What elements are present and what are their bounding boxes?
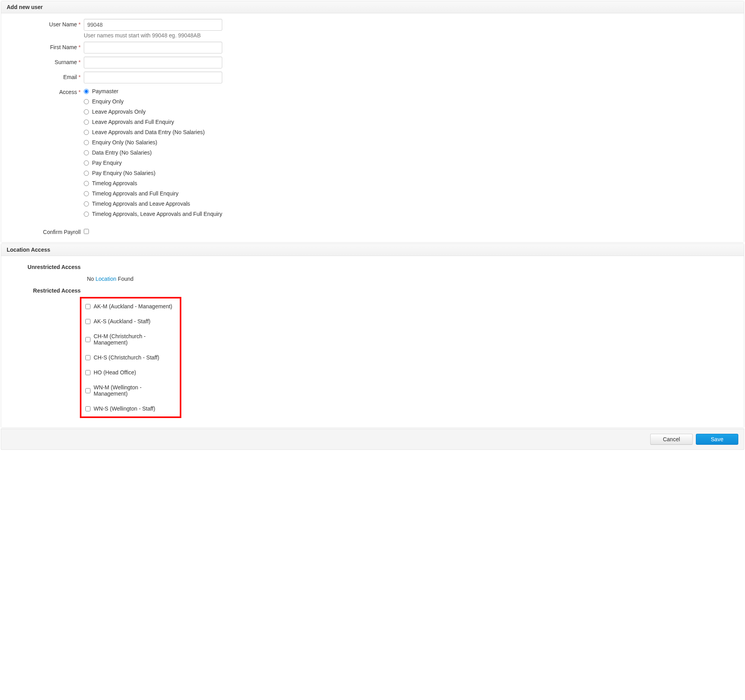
access-radio[interactable]	[84, 191, 89, 196]
required-marker: *	[79, 89, 81, 95]
email-input[interactable]	[84, 72, 222, 83]
required-marker: *	[79, 21, 81, 28]
access-radio[interactable]	[84, 89, 89, 94]
access-option-label: Timelog Approvals and Full Enquiry	[92, 190, 179, 197]
restricted-checkbox[interactable]	[85, 355, 90, 360]
restricted-option[interactable]: CH-M (Christchurch - Management)	[85, 333, 176, 346]
username-help: User names must start with 99048 eg. 990…	[84, 32, 222, 39]
row-confirm-payroll: Confirm Payroll	[7, 227, 738, 235]
restricted-option[interactable]: AK-S (Auckland - Staff)	[85, 318, 176, 324]
control-firstname	[84, 42, 222, 53]
location-access-header: Location Access	[1, 244, 744, 256]
row-restricted-options: AK-M (Auckland - Management)AK-S (Auckla…	[7, 296, 738, 418]
username-input[interactable]	[84, 19, 222, 31]
firstname-input[interactable]	[84, 42, 222, 53]
access-option-label: Leave Approvals and Data Entry (No Salar…	[92, 129, 205, 135]
restricted-checkbox[interactable]	[85, 388, 90, 393]
label-access-text: Access	[59, 89, 77, 95]
surname-input[interactable]	[84, 57, 222, 68]
required-marker: *	[79, 59, 81, 65]
no-location-text: No Location Found	[84, 276, 133, 282]
restricted-option-label: WN-S (Wellington - Staff)	[94, 405, 155, 412]
access-radio[interactable]	[84, 109, 89, 114]
access-radio[interactable]	[84, 171, 89, 176]
access-option[interactable]: Pay Enquiry	[84, 160, 222, 166]
label-firstname-text: First Name	[50, 44, 77, 50]
access-option[interactable]: Pay Enquiry (No Salaries)	[84, 170, 222, 176]
label-surname: Surname *	[7, 57, 84, 65]
access-option[interactable]: Enquiry Only	[84, 98, 222, 105]
row-email: Email *	[7, 72, 738, 83]
label-confirm-payroll: Confirm Payroll	[7, 227, 84, 235]
access-option-label: Timelog Approvals and Leave Approvals	[92, 201, 190, 207]
access-radio[interactable]	[84, 150, 89, 155]
access-option-label: Timelog Approvals, Leave Approvals and F…	[92, 211, 222, 217]
access-option-label: Data Entry (No Salaries)	[92, 149, 152, 156]
save-button[interactable]: Save	[696, 434, 738, 445]
access-option-label: Enquiry Only (No Salaries)	[92, 139, 157, 146]
restricted-option-label: CH-M (Christchurch - Management)	[94, 333, 176, 346]
add-user-panel: Add new user User Name * User names must…	[1, 1, 744, 243]
access-option[interactable]: Timelog Approvals, Leave Approvals and F…	[84, 211, 222, 217]
restricted-checkbox[interactable]	[85, 337, 90, 342]
control-confirm-payroll	[84, 227, 89, 235]
row-restricted: Restricted Access	[7, 287, 738, 294]
restricted-checkbox[interactable]	[85, 304, 90, 309]
label-email-text: Email	[63, 74, 77, 80]
access-option[interactable]: Timelog Approvals and Leave Approvals	[84, 201, 222, 207]
access-option-label: Leave Approvals Only	[92, 109, 146, 115]
access-radio[interactable]	[84, 130, 89, 135]
restricted-checkbox[interactable]	[85, 406, 90, 411]
location-link[interactable]: Location	[96, 276, 116, 282]
restricted-option[interactable]: AK-M (Auckland - Management)	[85, 303, 176, 309]
cancel-button[interactable]: Cancel	[650, 434, 693, 445]
access-option-label: Pay Enquiry (No Salaries)	[92, 170, 155, 176]
access-option-label: Enquiry Only	[92, 98, 124, 105]
access-option[interactable]: Enquiry Only (No Salaries)	[84, 139, 222, 146]
access-radio[interactable]	[84, 140, 89, 145]
restricted-option[interactable]: WN-S (Wellington - Staff)	[85, 405, 176, 412]
restricted-option[interactable]: HO (Head Office)	[85, 369, 176, 376]
required-marker: *	[79, 74, 81, 80]
control-username: User names must start with 99048 eg. 990…	[84, 19, 222, 39]
access-option[interactable]: Timelog Approvals	[84, 180, 222, 186]
access-option[interactable]: Leave Approvals Only	[84, 109, 222, 115]
access-radio[interactable]	[84, 120, 89, 125]
restricted-option[interactable]: CH-S (Christchurch - Staff)	[85, 354, 176, 361]
label-username-text: User Name	[49, 21, 77, 28]
label-username: User Name *	[7, 19, 84, 28]
access-radio-group: PaymasterEnquiry OnlyLeave Approvals Onl…	[84, 87, 222, 221]
access-radio[interactable]	[84, 181, 89, 186]
no-location-prefix: No	[87, 276, 96, 282]
restricted-option-label: HO (Head Office)	[94, 369, 136, 376]
access-radio[interactable]	[84, 99, 89, 104]
access-option-label: Pay Enquiry	[92, 160, 122, 166]
restricted-option-label: WN-M (Wellington - Management)	[94, 384, 176, 397]
restricted-checkbox[interactable]	[85, 319, 90, 324]
confirm-payroll-checkbox[interactable]	[84, 229, 89, 234]
label-access: Access *	[7, 87, 84, 95]
access-option[interactable]: Leave Approvals and Data Entry (No Salar…	[84, 129, 222, 135]
control-surname	[84, 57, 222, 68]
row-unrestricted: Unrestricted Access	[7, 264, 738, 270]
access-radio[interactable]	[84, 201, 89, 206]
label-unrestricted: Unrestricted Access	[7, 264, 84, 270]
access-radio[interactable]	[84, 212, 89, 217]
access-option[interactable]: Data Entry (No Salaries)	[84, 149, 222, 156]
row-access: Access * PaymasterEnquiry OnlyLeave Appr…	[7, 87, 738, 221]
access-option[interactable]: Leave Approvals and Full Enquiry	[84, 119, 222, 125]
access-option[interactable]: Timelog Approvals and Full Enquiry	[84, 190, 222, 197]
row-username: User Name * User names must start with 9…	[7, 19, 738, 39]
restricted-option[interactable]: WN-M (Wellington - Management)	[85, 384, 176, 397]
access-radio[interactable]	[84, 160, 89, 166]
label-surname-text: Surname	[55, 59, 77, 65]
restricted-highlight-box: AK-M (Auckland - Management)AK-S (Auckla…	[80, 297, 181, 418]
restricted-option-label: CH-S (Christchurch - Staff)	[94, 354, 159, 361]
required-marker: *	[79, 44, 81, 50]
access-option[interactable]: Paymaster	[84, 88, 222, 94]
restricted-checkbox[interactable]	[85, 370, 90, 375]
row-firstname: First Name *	[7, 42, 738, 53]
add-user-body: User Name * User names must start with 9…	[1, 13, 744, 242]
location-access-body: Unrestricted Access No Location Found Re…	[1, 256, 744, 427]
row-surname: Surname *	[7, 57, 738, 68]
